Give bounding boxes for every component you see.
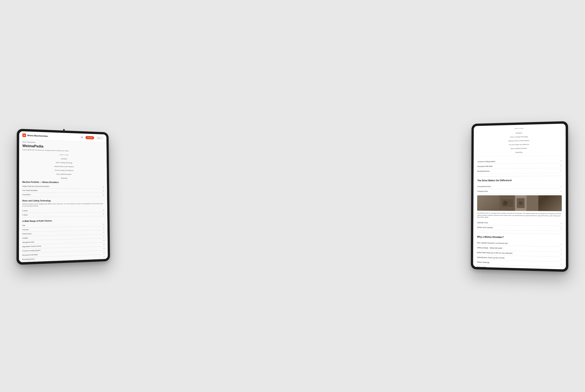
chevron-down-icon: ∨	[103, 235, 105, 237]
chevron-down-icon: ∨	[103, 190, 104, 192]
chevron-down-icon: ∨	[561, 222, 562, 224]
screen-left: W Weima Maschinenbau. Contact Menu ≡	[19, 131, 108, 262]
accordion-label: Recessed Knife Bolts	[22, 254, 37, 256]
divider	[477, 176, 562, 176]
section-heading-portfolio: Machine Portfolio — Weima Shredders	[22, 181, 104, 184]
chevron-down-icon: ∨	[561, 248, 562, 250]
contact-button[interactable]: Contact	[85, 136, 94, 139]
chevron-down-icon: ∨	[103, 231, 104, 233]
breadcrumb-home[interactable]: Home	[22, 141, 26, 143]
accordion-label: Four Shaft Shredders	[22, 190, 38, 191]
chevron-down-icon: ∨	[561, 258, 562, 260]
section-heading-knife: A Wide Range of Knife Choices	[22, 219, 104, 222]
accordion-label: Adjustable Counter Knives	[22, 245, 41, 248]
chevron-down-icon: ∨	[560, 164, 562, 166]
accordion-label: Recessed Knife Bolts	[477, 165, 493, 167]
accordion-label: Broaching knives	[477, 170, 490, 172]
topic-shredders[interactable]: Shredders	[61, 158, 67, 160]
accordion-four-shaft[interactable]: Four Shaft Shredders ∨	[22, 188, 104, 192]
logo-icon: W	[22, 134, 26, 137]
scene: W Weima Maschinenbau. Contact Menu ≡	[0, 0, 585, 392]
accordion-label: Carbide	[22, 237, 28, 239]
chevron-down-icon: ∨	[103, 227, 104, 229]
accordion-compact-drive[interactable]: Compact Drive ∨	[477, 189, 562, 194]
chevron-down-icon: ∨	[560, 160, 562, 162]
accordion-label: Conventional Drive	[477, 186, 491, 187]
accordion-label: Granulators	[22, 194, 31, 195]
accordion-label: Broaching knives	[22, 258, 35, 260]
accordion-f-rotor[interactable]: F-Rotor ∨	[22, 212, 104, 217]
svg-rect-4	[500, 195, 538, 211]
svg-point-10	[503, 200, 508, 205]
tablet-left: W Weima Maschinenbau. Contact Menu ≡	[16, 128, 110, 265]
right-topic-why[interactable]: Why a WEIMA Shredder?	[511, 148, 527, 149]
right-content-area: CrossCut Cutting System ∨ Recessed Knife…	[473, 156, 566, 269]
accordion-label: Concave	[22, 228, 29, 230]
accordion-label: CrossCut Cutting System	[22, 249, 40, 252]
accordion-single-shaft[interactable]: Single Shaft and Horizontal Shredders ∨	[22, 184, 104, 189]
select-topic-left: Select a topic Shredders Rotor & Cutting…	[22, 153, 104, 180]
svg-rect-6	[515, 195, 527, 211]
chevron-down-icon: ∨	[560, 170, 562, 171]
chevron-down-icon: ∨	[560, 185, 562, 187]
chevron-down-icon: ∨	[561, 227, 562, 229]
accordion-broaching-right[interactable]: Broaching knives ∨	[477, 168, 562, 174]
accordion-label: Hydraulic Drive	[477, 222, 488, 223]
right-topic-rotor[interactable]: Rotor & Cutting Technology	[510, 136, 528, 138]
menu-button[interactable]: Menu ≡	[96, 136, 103, 140]
section-heading-rotor: Rotor and Cutting Technology	[22, 200, 104, 202]
accordion-label: Ram-Cylinder Mounted in a Universal Join…	[477, 242, 508, 244]
right-top-section: Select a topic Shredders Rotor & Cutting…	[474, 124, 566, 157]
accordion-recessed-right[interactable]: Recessed Knife Bolts ∨	[477, 163, 562, 169]
svg-point-11	[519, 201, 523, 205]
compact-drive-image	[477, 195, 562, 211]
accordion-label: V-Rotor	[22, 210, 28, 212]
accordion-label: CrossCut Cutting System	[477, 160, 496, 162]
image-caption: The electrical motor of a compact drive …	[477, 212, 562, 219]
topic-briquetting[interactable]: Briquetting	[61, 177, 67, 178]
accordion-label: Single Shaft and Horizontal Shredders	[22, 185, 49, 187]
svg-rect-9	[517, 198, 525, 208]
chevron-down-icon: ∨	[103, 239, 105, 241]
chevron-down-icon: ∨	[103, 255, 105, 257]
logo: W Weima Maschinenbau.	[22, 134, 48, 138]
chevron-down-icon: ∨	[561, 263, 562, 265]
svg-rect-8	[502, 199, 513, 207]
right-topic-shredders[interactable]: Shredders	[516, 132, 522, 134]
drive-section-heading: The Drive Makes the Difference!	[477, 178, 562, 182]
accordion-conventional-drive[interactable]: Conventional Drive ∨	[477, 184, 562, 189]
topic-why[interactable]: Why a WEIMA Shredder?	[56, 173, 72, 175]
right-topic-effective[interactable]: Effective Rotor & Knife Solutions	[509, 140, 529, 142]
chevron-down-icon: ∨	[103, 213, 104, 215]
accordion-label: WEIMA WAP Gearbox	[477, 226, 493, 228]
svg-text:W: W	[23, 134, 25, 136]
divider-2	[477, 232, 562, 234]
accordion-label: Hydrodynamic Clutch (up from 30 kW)	[477, 256, 504, 258]
left-scrollable: Home / WeimaPedia WeimaPedia A go to gui…	[19, 139, 108, 262]
chevron-down-icon: ∨	[103, 247, 105, 249]
topic-rotor[interactable]: Rotor & Cutting Technology	[56, 162, 72, 164]
chevron-down-icon: ∨	[560, 190, 562, 192]
chevron-down-icon: ∨	[103, 251, 105, 253]
accordion-label: Offset K Bearings	[477, 261, 489, 263]
topic-effective[interactable]: Effective Rotor & Knife Solutions	[54, 166, 74, 167]
accordion-label: Flat	[22, 224, 25, 226]
chevron-down-icon: ∨	[103, 223, 104, 225]
camera-left	[63, 129, 65, 130]
topic-drive[interactable]: The Drive Makes the Difference	[55, 170, 73, 171]
chevron-down-icon: ∨	[103, 186, 104, 188]
screen-right: Select a topic Shredders Rotor & Cutting…	[473, 124, 566, 269]
svg-rect-5	[500, 195, 515, 211]
chevron-down-icon: ∨	[103, 194, 104, 196]
topic-links-right: Shredders Rotor & Cutting Technology Eff…	[477, 130, 562, 154]
chevron-down-icon: ∨	[561, 253, 562, 255]
right-topic-briquetting[interactable]: Briquetting	[515, 151, 522, 153]
accordion-granulators[interactable]: Granulators ∨	[22, 192, 104, 197]
search-icon[interactable]	[80, 135, 84, 139]
accordion-wap-gearbox[interactable]: WEIMA WAP Gearbox ∨	[477, 225, 562, 231]
select-topic-right: Select a topic	[478, 126, 562, 130]
tablet-right: Select a topic Shredders Rotor & Cutting…	[471, 121, 568, 272]
logo-text: Weima Maschinenbau.	[27, 134, 48, 137]
right-topic-drive[interactable]: The Drive Makes the Difference	[509, 144, 529, 146]
list-item: Briquetting	[22, 175, 104, 180]
